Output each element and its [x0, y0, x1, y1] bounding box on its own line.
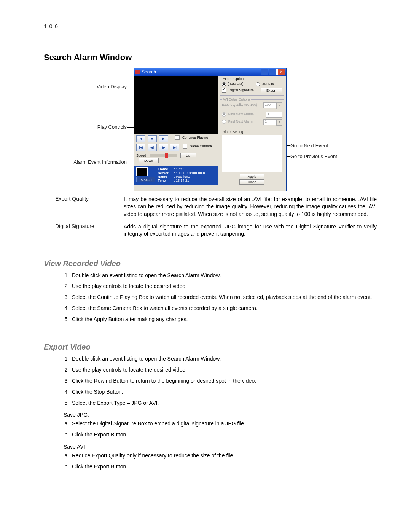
export-button[interactable]: Export: [261, 88, 282, 93]
callout-play-controls: Play Controls: [62, 124, 127, 130]
save-avi-label: Save AVI: [64, 444, 377, 450]
callout-video-display: Video Display: [62, 84, 127, 89]
find-frame-value: 1: [266, 112, 282, 118]
app-icon: [135, 70, 140, 74]
list-item: Use the play controls to locate the desi…: [70, 283, 377, 294]
speed-label: Speed: [136, 153, 146, 157]
section-title: Search Alarm Window: [44, 53, 377, 62]
event-clock: 15:54:21: [136, 177, 155, 182]
find-next-alarm-label: Find Next Alarm: [228, 120, 253, 123]
list-item: Click the Export Button.: [70, 431, 377, 442]
definitions-table: Export Quality It may be necessary to re…: [44, 196, 377, 243]
page-number: 106: [44, 23, 377, 29]
stop-button[interactable]: ■: [148, 135, 157, 142]
jpg-radio[interactable]: [222, 82, 226, 86]
def-term-export-quality: Export Quality: [44, 196, 124, 223]
export-quality-label: Export Quality (50-100): [222, 103, 257, 107]
quality-value[interactable]: 100: [263, 102, 276, 108]
speed-slider[interactable]: [150, 154, 177, 157]
play-button[interactable]: ▶: [159, 135, 168, 142]
list-item: Select the Digital Signature Box to embe…: [70, 420, 377, 431]
callout-alarm-event-info: Alarm Event Information: [62, 159, 127, 165]
rewind-button[interactable]: ◀: [136, 135, 145, 142]
list-item: Double click an event listing to open th…: [70, 272, 377, 283]
header-rule: [44, 31, 377, 31]
video-display: [134, 76, 218, 134]
minimize-icon[interactable]: –: [261, 69, 268, 75]
def-desc-digital-signature: Adds a digital signature to the exported…: [124, 223, 377, 243]
list-item: Click the Stop Button.: [70, 388, 377, 399]
alarm-event-info: 1 15:54:21 Frame : 1 of 26 Server : 10.0…: [134, 166, 218, 185]
heading-view-recorded: View Recorded Video: [44, 259, 377, 268]
avi-radio[interactable]: [256, 82, 260, 86]
find-alarm-dropdown-icon: ▾: [276, 119, 282, 126]
continue-playing-checkbox[interactable]: [175, 135, 180, 140]
save-avi-steps: Reduce Export Quality only if necessary …: [70, 452, 377, 474]
list-item: Click the Rewind Button to return to the…: [70, 377, 377, 388]
close-button[interactable]: Close: [239, 179, 264, 185]
save-jpg-label: Save JPG:: [64, 412, 377, 418]
view-recorded-steps: Double click an event listing to open th…: [70, 272, 377, 327]
callout-go-next: Go to Next Event: [290, 143, 328, 149]
alarm-setting-list[interactable]: [222, 135, 282, 172]
alarm-setting-legend: Alarm Setting: [222, 130, 244, 134]
find-next-frame-label: Find Next Frame: [228, 112, 254, 116]
play-controls-panel: ◀ ■ ▶ Continue Playing I◀ ◀I I▶ ▶I: [134, 134, 218, 166]
heading-export-video: Export Video: [44, 343, 377, 351]
alarm-setting-group: Alarm Setting Apply Close: [220, 130, 284, 187]
figure-container: Video Display Play Controls Alarm Event …: [66, 68, 377, 186]
digital-signature-checkbox[interactable]: [222, 88, 226, 93]
digital-signature-label: Digital Signature: [229, 88, 254, 92]
same-camera-checkbox[interactable]: [183, 144, 187, 149]
avi-label: AVI File: [262, 82, 274, 86]
quality-dropdown-icon[interactable]: ▾: [276, 102, 282, 109]
export-video-steps: Double click an event listing to open th…: [70, 355, 377, 410]
apply-button[interactable]: Apply: [240, 174, 264, 179]
list-item: Select the Export Type – JPG or AVI.: [70, 399, 377, 411]
list-item: Use the play controls to locate the desi…: [70, 366, 377, 377]
same-camera-label: Same Camera: [190, 144, 212, 148]
list-item: Click the Export Button.: [70, 463, 377, 474]
avi-detail-group: AVI Detail Options Export Quality (50-10…: [220, 97, 284, 128]
avi-detail-legend: AVI Detail Options: [222, 97, 251, 101]
titlebar: Search – □ ✕: [134, 68, 286, 76]
export-option-group: Export Option JPG File AVI File Digital …: [220, 77, 284, 96]
save-jpg-steps: Select the Digital Signature Box to embe…: [70, 420, 377, 442]
search-window: Search – □ ✕ ◀ ■ ▶ Cont: [134, 68, 287, 191]
last-button[interactable]: ▶I: [170, 144, 179, 151]
maximize-icon[interactable]: □: [269, 69, 277, 75]
event-thumbnail: 1: [136, 167, 148, 176]
callout-go-prev: Go to Previous Event: [290, 153, 337, 159]
list-item: Click the Apply Button after making any …: [70, 316, 377, 327]
close-icon[interactable]: ✕: [277, 69, 285, 75]
first-button[interactable]: I◀: [136, 144, 145, 151]
find-alarm-value: 1: [263, 119, 276, 125]
find-next-alarm-radio: [222, 120, 226, 124]
export-option-legend: Export Option: [222, 77, 244, 81]
step-fwd-button[interactable]: I▶: [159, 144, 168, 151]
down-button[interactable]: Down: [139, 158, 159, 163]
window-title: Search: [142, 69, 156, 75]
list-item: Select the Continue Playing Box to watch…: [70, 294, 377, 305]
list-item: Select the Same Camera Box to watch all …: [70, 305, 377, 316]
jpg-label: JPG File: [228, 82, 243, 86]
up-button[interactable]: Up: [180, 153, 196, 158]
list-item: Double click an event listing to open th…: [70, 355, 377, 366]
list-item: Reduce Export Quality only if necessary …: [70, 452, 377, 463]
find-next-frame-radio: [222, 112, 226, 117]
def-term-digital-signature: Digital Signature: [44, 223, 124, 243]
step-back-button[interactable]: ◀I: [148, 144, 157, 151]
def-desc-export-quality: It may be necessary to reduce the overal…: [124, 196, 377, 223]
continue-playing-label: Continue Playing: [182, 136, 208, 139]
